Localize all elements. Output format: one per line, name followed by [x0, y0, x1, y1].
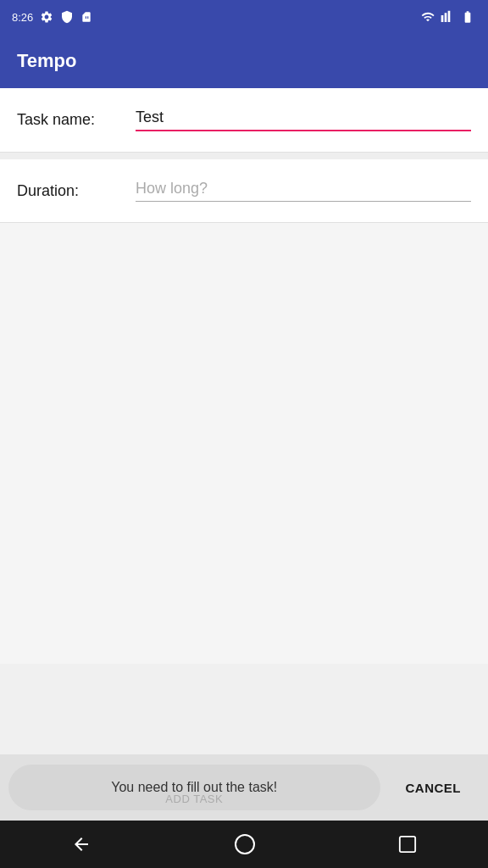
bottom-area: You need to fill out the task! ADD TASK … [0, 754, 488, 821]
nav-bar [0, 821, 488, 868]
signal-icon [441, 10, 454, 24]
wifi-icon [420, 10, 435, 24]
task-name-label: Task name: [17, 111, 136, 129]
shield-icon [60, 10, 74, 24]
add-task-button[interactable]: ADD TASK [165, 793, 223, 805]
sim-icon [80, 10, 92, 24]
task-name-input[interactable] [136, 108, 471, 131]
battery-icon [459, 10, 476, 24]
gear-icon [40, 10, 53, 24]
svg-point-0 [236, 835, 254, 854]
status-bar-right [420, 10, 476, 24]
duration-label: Duration: [17, 182, 136, 200]
empty-space [0, 223, 488, 664]
recents-icon [398, 835, 417, 854]
status-bar-left: 8:26 [12, 10, 92, 24]
back-icon [71, 834, 92, 854]
status-time: 8:26 [12, 11, 33, 24]
toast-container: You need to fill out the task! ADD TASK [8, 765, 380, 810]
status-bar: 8:26 [0, 0, 488, 34]
svg-rect-1 [399, 837, 414, 852]
nav-home-button[interactable] [235, 834, 255, 854]
app-header: Tempo [0, 34, 488, 88]
app-title: Tempo [17, 50, 76, 72]
home-icon [235, 834, 255, 854]
nav-recents-button[interactable] [398, 835, 417, 854]
form-separator [0, 153, 488, 159]
nav-back-button[interactable] [71, 834, 92, 854]
task-name-row: Task name: [0, 88, 488, 153]
cancel-button[interactable]: CANCEL [387, 765, 480, 810]
duration-row: Duration: [0, 159, 488, 223]
duration-input[interactable] [136, 180, 471, 202]
main-content: Task name: Duration: [0, 88, 488, 223]
